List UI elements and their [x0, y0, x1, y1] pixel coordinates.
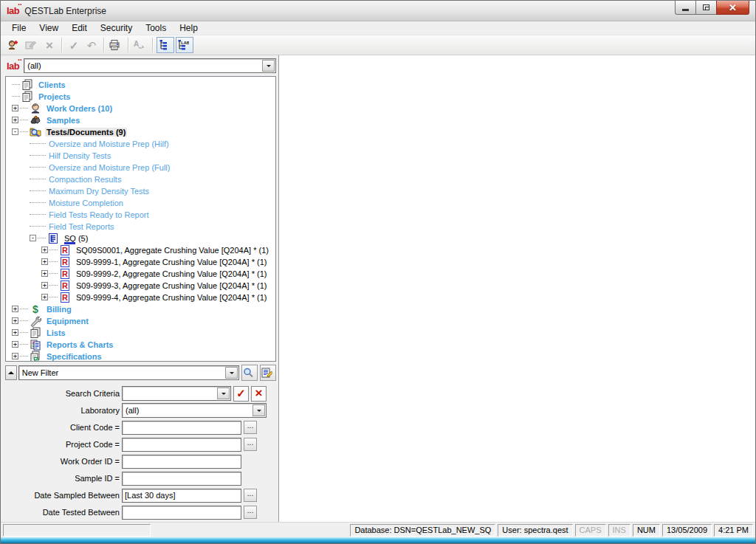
expand-icon[interactable]: +	[12, 353, 18, 359]
expand-icon[interactable]: +	[12, 329, 18, 336]
tree-item-moisture-completion[interactable]: Moisture Completion	[6, 197, 275, 209]
run-search-button[interactable]	[241, 365, 258, 381]
project-code-browse-button[interactable]: ...	[244, 438, 257, 451]
restore-button[interactable]	[695, 1, 717, 15]
record-icon	[59, 244, 71, 256]
expand-icon[interactable]: +	[41, 294, 48, 300]
expand-icon[interactable]: +	[41, 270, 48, 277]
menu-file[interactable]: File	[5, 22, 32, 34]
tree-item-field-tests-ready[interactable]: Field Tests Ready to Report	[6, 209, 275, 221]
tree-item-billing[interactable]: +Billing	[6, 303, 275, 315]
tree-item-field-test-reports[interactable]: Field Test Reports	[6, 221, 275, 233]
minimize-button[interactable]	[675, 1, 696, 15]
menu-tools[interactable]: Tools	[139, 22, 173, 34]
status-ins: INS	[608, 524, 630, 537]
menu-security[interactable]: Security	[94, 22, 139, 34]
collapse-icon[interactable]: -	[30, 235, 36, 241]
close-button[interactable]: ✕	[716, 1, 749, 15]
status-num: NUM	[633, 524, 660, 537]
search-icon	[242, 367, 254, 379]
collapse-icon[interactable]: -	[12, 128, 18, 135]
expand-icon[interactable]: +	[41, 258, 48, 265]
client-code-browse-button[interactable]: ...	[244, 421, 257, 434]
filter-name-combo[interactable]: New Filter	[18, 365, 239, 380]
project-code-input[interactable]	[122, 438, 241, 452]
expand-icon[interactable]: +	[41, 282, 48, 289]
tree-item-record-s09-9999-2[interactable]: +S09-9999-2, Aggregate Crushing Value [Q…	[6, 268, 275, 280]
confirm-button[interactable]: ✓	[65, 37, 83, 53]
work-order-id-input[interactable]	[122, 455, 241, 469]
menu-view[interactable]: View	[32, 22, 65, 34]
tree-view-button[interactable]	[157, 37, 174, 53]
chevron-down-icon[interactable]	[262, 60, 275, 72]
new-record-icon	[7, 39, 18, 51]
edit-filter-icon	[261, 367, 272, 379]
laboratory-combo[interactable]: (all)	[122, 403, 267, 418]
tree-lab-view-button[interactable]	[176, 37, 193, 53]
menu-help[interactable]: Help	[173, 22, 205, 34]
delete-button[interactable]: ×	[41, 37, 58, 53]
expand-icon[interactable]: +	[41, 247, 48, 253]
clear-criteria-button[interactable]: ×	[251, 386, 267, 402]
tree-item-compaction-results[interactable]: Compaction Results	[6, 173, 275, 185]
edit-filter-button[interactable]	[260, 365, 276, 381]
tree-item-hilf-density[interactable]: Hilf Density Tests	[6, 150, 275, 162]
client-code-input[interactable]	[122, 421, 241, 435]
collapse-panel-button[interactable]	[5, 365, 17, 380]
tree-item-specifications[interactable]: +Specifications	[6, 351, 275, 362]
confirm-icon: ✓	[69, 40, 79, 51]
tree-item-work-orders[interactable]: +Work Orders (10)	[6, 103, 275, 114]
filter-row-laboratory: Laboratory (all)	[5, 403, 276, 418]
window-controls: ✕	[676, 1, 749, 15]
tree-item-clients[interactable]: Clients	[6, 79, 275, 91]
lab-selector-combo[interactable]: (all)	[24, 58, 276, 73]
toolbar-separator	[103, 38, 104, 52]
expand-icon[interactable]: +	[12, 317, 18, 324]
edit-button[interactable]	[23, 37, 41, 53]
record-icon	[59, 292, 71, 303]
filter-name-value: New Filter	[19, 368, 225, 377]
date-sampled-input[interactable]	[122, 489, 241, 503]
tree-item-record-s09-9999-3[interactable]: +S09-9999-3, Aggregate Crushing Value [Q…	[6, 280, 275, 292]
date-sampled-browse-button[interactable]: ...	[244, 489, 257, 502]
date-tested-input[interactable]	[122, 506, 241, 520]
new-record-button[interactable]	[5, 37, 23, 53]
field-label: Work Order ID =	[5, 457, 122, 466]
rename-button[interactable]	[131, 37, 149, 53]
tree-item-oversize-hilf[interactable]: Oversize and Moisture Prep (Hilf)	[6, 138, 275, 150]
apply-criteria-button[interactable]: ✓	[233, 386, 249, 402]
date-tested-browse-button[interactable]: ...	[244, 506, 257, 519]
tree-item-equipment[interactable]: +Equipment	[6, 315, 275, 327]
expand-icon[interactable]: +	[12, 306, 18, 312]
status-date: 13/05/2009	[662, 524, 712, 537]
undo-button[interactable]: ↶	[83, 37, 100, 53]
close-icon: ✕	[729, 3, 737, 13]
tree-item-projects[interactable]: Projects	[6, 91, 275, 103]
status-message-panel	[3, 524, 151, 537]
edit-icon	[24, 39, 36, 51]
sample-id-input[interactable]	[122, 472, 241, 486]
chevron-down-icon[interactable]	[225, 367, 238, 379]
tree-item-sq[interactable]: -SQ (5)	[6, 233, 275, 244]
navigation-tree: Clients Projects +Work Orders (10) +Samp…	[5, 76, 276, 362]
menu-edit[interactable]: Edit	[65, 22, 94, 34]
tree-item-oversize-full[interactable]: Oversize and Moisture Prep (Full)	[6, 162, 275, 173]
tree-item-record-s09-9999-4[interactable]: +S09-9999-4, Aggregate Crushing Value [Q…	[6, 292, 275, 303]
tree-item-record-s09-9999-1[interactable]: +S09-9999-1, Aggregate Crushing Value [Q…	[6, 256, 275, 268]
expand-icon[interactable]: +	[12, 105, 18, 111]
chevron-down-icon[interactable]	[217, 388, 230, 399]
tree-item-max-dry-density[interactable]: Maximum Dry Density Tests	[6, 185, 275, 197]
filter-row-work-order-id: Work Order ID =	[5, 454, 276, 469]
tree-item-tests-documents[interactable]: -Tests/Documents (9)	[6, 126, 275, 138]
chevron-down-icon[interactable]	[252, 404, 265, 416]
tree-item-reports-charts[interactable]: +Reports & Charts	[6, 339, 275, 351]
search-criteria-combo[interactable]	[122, 386, 231, 401]
tree-item-lists[interactable]: +Lists	[6, 327, 275, 339]
tree-item-samples[interactable]: +Samples	[6, 114, 275, 126]
expand-icon[interactable]: +	[12, 117, 18, 123]
expand-icon[interactable]: +	[12, 341, 18, 348]
tree-item-record-sq09s0001[interactable]: +SQ09S0001, Aggregate Crushing Value [Q2…	[6, 244, 275, 256]
print-button[interactable]	[107, 37, 125, 53]
lab-logo-icon: lab	[7, 61, 19, 72]
record-icon	[59, 280, 71, 292]
